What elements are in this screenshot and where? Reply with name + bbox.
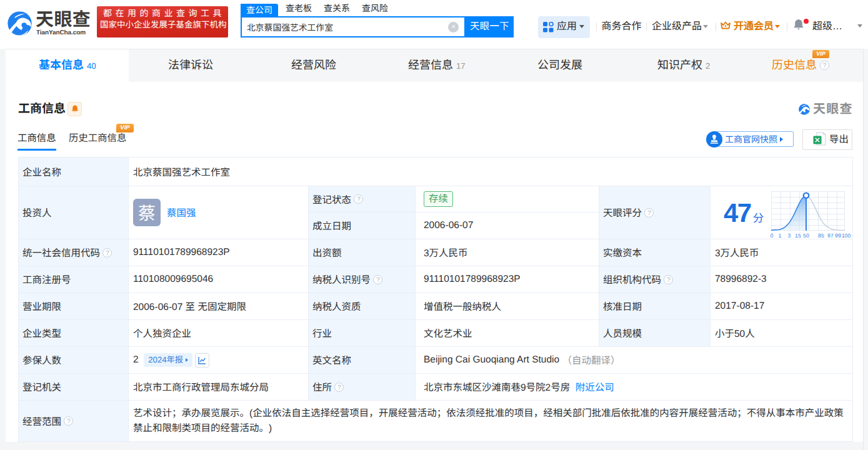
- svg-text:0: 0: [771, 232, 774, 239]
- svg-text:85: 85: [818, 232, 824, 239]
- svg-text:3: 3: [788, 232, 791, 239]
- svg-text:50: 50: [803, 232, 809, 239]
- svg-text:100: 100: [842, 232, 851, 239]
- svg-text:15: 15: [795, 232, 801, 239]
- svg-text:97: 97: [827, 232, 834, 239]
- svg-text:1: 1: [779, 232, 782, 239]
- svg-text:99: 99: [835, 232, 841, 239]
